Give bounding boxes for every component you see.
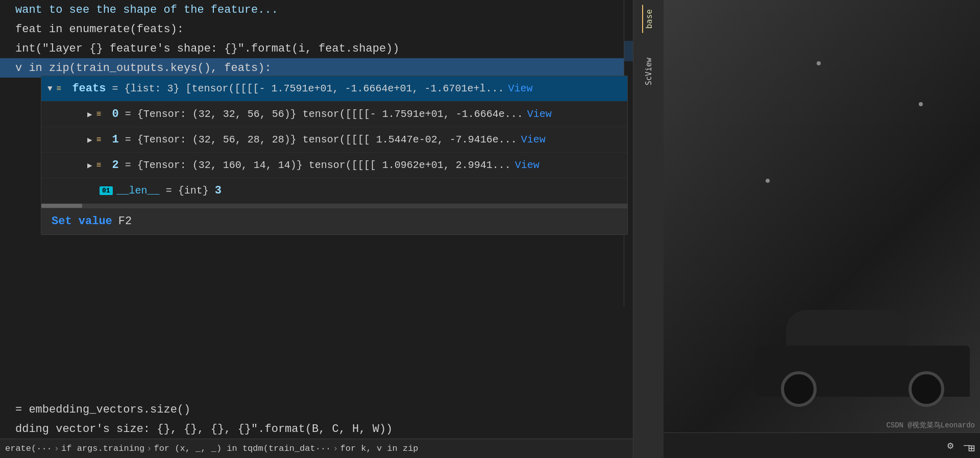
view-link-2[interactable]: View [515,159,540,171]
breadcrumb-part-2[interactable]: if args.training [61,444,144,453]
right-sidebar: base ScView [633,0,664,458]
bottom-code-area: = embedding_vectors.size() dding vector'… [0,400,633,439]
expand-icon-1[interactable]: ▶ [87,135,92,145]
breadcrumb-part-1[interactable]: erate(··· [5,444,52,453]
debug-row-0[interactable]: ▶ ≡ 0 = {Tensor: (32, 32, 56, 56)} tenso… [41,102,627,127]
watermark: CSDN @视觉菜鸟Leonardo [886,421,975,430]
bottom-code-text-1: = embedding_vectors.size() [15,403,190,416]
bottom-code-text-2: dding vector's size: {}, {}, {}, {}".for… [15,423,393,436]
var-value-0: tensor([[[[- 1.7591e+01, -1.6664e... [303,108,523,120]
expand-icon-0[interactable]: ▶ [87,109,92,119]
bottom-code-line-1: = embedding_vectors.size() [0,400,633,419]
gear-icon[interactable]: ⚙ [947,439,953,452]
car-wheel-right [909,371,944,407]
list-icon-1: ≡ [96,135,102,144]
var-index-0: 0 [105,108,118,120]
code-line-3: int("layer {} feature's shape: {}".forma… [0,39,633,58]
var-type-1: = {Tensor: (32, 56, 28, 28)} [119,134,303,146]
code-line-2: feat in enumerate(feats): [0,19,633,39]
code-line-1: want to see the shape of the feature... [0,0,633,19]
set-value-label[interactable]: Set value [52,215,112,228]
breadcrumb-sep-2: › [146,444,152,453]
expand-icon-2[interactable]: ▶ [87,160,92,171]
var-value-1: tensor([[[[ 1.5447e-02, -7.9416e... [303,134,517,146]
code-text-1: want to see the shape of the feature... [15,4,278,16]
code-text-2: feat in enumerate(feats): [15,23,184,36]
sidebar-tabs: base ScView [633,0,664,89]
len-value: 3 [215,184,222,197]
debug-variable-popup: ▼ ≡ feats = {list: 3} [tensor([[[[- 1.75… [41,76,628,235]
var-name-feats: feats [65,82,106,95]
code-text-4: v in zip(train_outputs.keys(), feats): [15,62,272,75]
breadcrumb-part-3[interactable]: for (x, _, _) in tqdm(train_dat··· [154,444,331,453]
var-index-1: 1 [105,133,118,146]
grid-icon[interactable]: ⊞ [968,443,975,455]
car-roof [786,310,909,351]
breadcrumb-sep-1: › [54,444,59,453]
debug-row-2[interactable]: ▶ ≡ 2 = {Tensor: (32, 160, 14, 14)} tens… [41,153,627,178]
var-value-2: tensor([[[[ 1.0962e+01, 2.9941... [309,159,511,171]
int-badge-len: 01 [100,186,113,195]
list-icon-0: ≡ [96,110,102,119]
view-link-feats[interactable]: View [508,83,533,94]
photo-toolbar: ⚙ — [664,432,980,458]
debug-row-selected[interactable]: ▼ ≡ feats = {list: 3} [tensor([[[[- 1.75… [41,76,627,102]
var-type-2: = {Tensor: (32, 160, 14, 14)} [119,159,309,171]
len-type: = {int} [160,185,215,197]
len-name: __len__ [117,185,160,197]
debug-h-scrollbar[interactable] [41,204,627,208]
grid-icon-area: ⊞ [968,442,975,455]
breadcrumb: erate(··· › if args.training › for (x, _… [0,439,633,458]
list-icon-feats: ≡ [57,84,62,93]
ide-main-area: want to see the shape of the feature... … [0,0,633,458]
list-icon-2: ≡ [96,161,102,170]
dot-1 [817,61,821,65]
var-type-feats: = {list: 3} [106,83,185,94]
var-index-2: 2 [105,159,118,172]
set-value-key: F2 [118,215,132,228]
dot-3 [766,179,770,183]
minimap-highlight [624,41,633,61]
car-wheel-left [781,371,817,407]
view-link-0[interactable]: View [527,108,552,120]
dot-2 [919,102,923,106]
code-line-4-highlighted: v in zip(train_outputs.keys(), feats): [0,58,633,78]
view-link-1[interactable]: View [521,134,546,146]
code-background: want to see the shape of the feature... … [0,0,633,83]
breadcrumb-part-4[interactable]: for k, v in zip [340,444,419,453]
sidebar-tab-scview[interactable]: ScView [643,54,654,89]
debug-scrollbar-thumb [41,204,82,208]
var-value-feats: [tensor([[[[- 1.7591e+01, -1.6664e+01, -… [185,83,504,94]
expand-icon-feats[interactable]: ▼ [47,84,53,93]
photo-area: CSDN @视觉菜鸟Leonardo ⚙ — ⊞ [664,0,980,458]
bottom-code-line-2: dding vector's size: {}, {}, {}, {}".for… [0,419,633,439]
breadcrumb-sep-3: › [333,444,338,453]
car-silhouette [755,305,970,417]
debug-row-len[interactable]: 01 __len__ = {int} 3 [41,178,627,204]
sidebar-tab-base[interactable]: base [642,5,655,33]
photo-content: CSDN @视觉菜鸟Leonardo ⚙ — ⊞ [664,0,980,458]
code-text-3: int("layer {} feature's shape: {}".forma… [15,42,400,55]
var-type-0: = {Tensor: (32, 32, 56, 56)} [119,108,303,120]
set-value-bar: Set value F2 [41,208,627,234]
debug-row-1[interactable]: ▶ ≡ 1 = {Tensor: (32, 56, 28, 28)} tenso… [41,127,627,153]
